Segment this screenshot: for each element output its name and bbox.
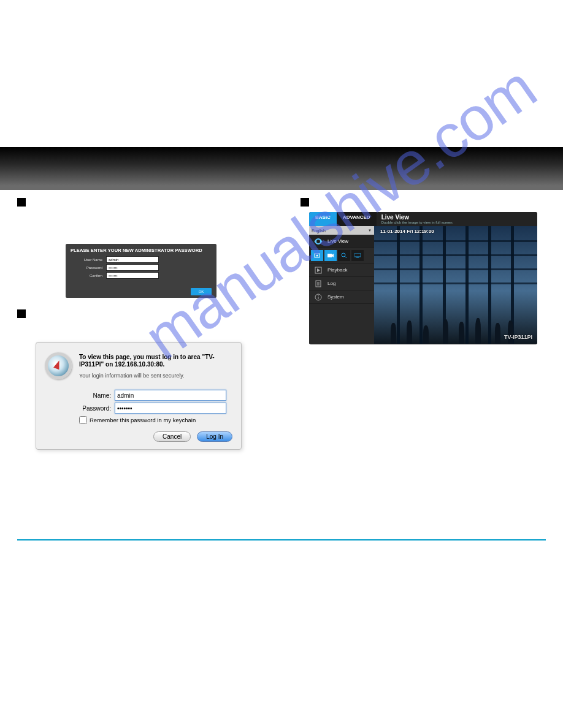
footer-divider — [17, 539, 546, 540]
sidebar-item-label: Live View — [327, 238, 348, 244]
browser-auth-dialog: To view this page, you must log in to ar… — [36, 342, 242, 450]
sidebar-item-system[interactable]: System — [309, 290, 374, 304]
header-gradient-band — [0, 147, 563, 190]
username-input[interactable] — [106, 256, 159, 263]
auth-password-label: Password: — [79, 405, 115, 412]
ok-button[interactable]: OK — [191, 288, 212, 295]
video-timestamp-overlay: 11-01-2014 Fri 12:19:00 — [380, 229, 434, 234]
sidebar-item-playback[interactable]: Playback — [309, 264, 374, 277]
playback-icon — [313, 265, 324, 276]
info-icon — [313, 292, 324, 303]
live-view-title: Live View — [381, 214, 532, 221]
admin-panel-title: PLEASE ENTER YOUR NEW ADMINISTRATOR PASS… — [66, 244, 216, 256]
record-icon[interactable] — [324, 250, 337, 261]
chevron-down-icon: ▼ — [368, 229, 372, 232]
live-view-subtitle: Double click the image to view in full s… — [381, 221, 532, 224]
sidebar-item-log[interactable]: Log — [309, 277, 374, 290]
svg-rect-5 — [354, 253, 361, 257]
camera-web-interface: BASIC ADVANCED Live View Double click th… — [309, 212, 537, 344]
remember-password-checkbox[interactable] — [79, 416, 87, 424]
sidebar-item-label: Log — [327, 281, 335, 286]
username-label: User Name — [71, 258, 106, 262]
snapshot-icon[interactable] — [311, 250, 323, 261]
step-marker-2 — [17, 309, 26, 318]
tab-advanced[interactable]: ADVANCED — [337, 212, 377, 226]
auth-message-bold: To view this page, you must log in to ar… — [79, 354, 232, 368]
display-icon[interactable] — [351, 250, 364, 261]
svg-rect-2 — [327, 254, 332, 257]
camera-sidebar: English ▼ Live View — [309, 226, 374, 344]
admin-password-panel: PLEASE ENTER YOUR NEW ADMINISTRATOR PASS… — [66, 244, 216, 298]
svg-line-4 — [345, 256, 347, 258]
cancel-button[interactable]: Cancel — [153, 431, 191, 442]
step-marker-1 — [17, 198, 26, 207]
login-button[interactable]: Log In — [197, 431, 232, 442]
sidebar-item-label: Playback — [327, 267, 347, 273]
confirm-label: Confirm — [71, 274, 106, 278]
step-marker-3 — [301, 198, 309, 207]
auth-name-label: Name: — [79, 392, 115, 399]
live-view-video[interactable]: 11-01-2014 Fri 12:19:00 TV-IP311PI — [374, 226, 537, 344]
confirm-input[interactable] — [106, 272, 159, 279]
eye-icon — [313, 236, 324, 247]
language-select[interactable]: English ▼ — [309, 226, 374, 235]
sidebar-item-live-view[interactable]: Live View — [309, 235, 374, 248]
log-icon — [313, 278, 324, 289]
svg-point-1 — [316, 255, 318, 257]
safari-compass-icon — [45, 352, 72, 379]
zoom-icon[interactable] — [338, 250, 350, 261]
auth-message-sub: Your login information will be sent secu… — [79, 373, 232, 379]
live-view-toolbar — [309, 248, 374, 264]
tab-basic[interactable]: BASIC — [309, 212, 337, 226]
auth-name-input[interactable] — [115, 390, 226, 401]
sidebar-item-label: System — [327, 294, 344, 300]
remember-password-label: Remember this password in my keychain — [90, 417, 196, 423]
video-model-watermark: TV-IP311PI — [504, 334, 532, 340]
language-selected-label: English — [312, 229, 326, 233]
password-input[interactable] — [106, 264, 159, 271]
auth-password-input[interactable] — [115, 403, 226, 414]
password-label: Password — [71, 266, 106, 270]
